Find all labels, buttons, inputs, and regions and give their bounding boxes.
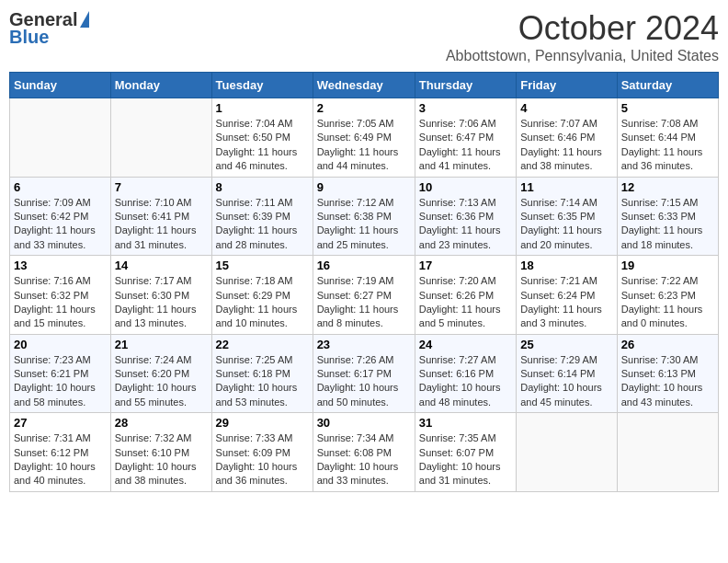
sunrise-text: Sunrise: 7:04 AM (216, 117, 309, 131)
daylight-text: Daylight: 10 hours and 48 minutes. (419, 381, 512, 409)
calendar-cell: 17Sunrise: 7:20 AMSunset: 6:26 PMDayligh… (415, 256, 516, 335)
calendar-cell: 28Sunrise: 7:32 AMSunset: 6:10 PMDayligh… (110, 413, 211, 492)
sunrise-text: Sunrise: 7:19 AM (317, 274, 411, 288)
week-row-3: 13Sunrise: 7:16 AMSunset: 6:32 PMDayligh… (10, 256, 719, 335)
daylight-text: Daylight: 10 hours and 50 minutes. (317, 381, 411, 409)
sunrise-text: Sunrise: 7:21 AM (520, 274, 613, 288)
day-number: 7 (115, 180, 208, 194)
sunset-text: Sunset: 6:23 PM (621, 289, 714, 303)
calendar-cell: 20Sunrise: 7:23 AMSunset: 6:21 PMDayligh… (10, 334, 111, 413)
day-number: 6 (14, 180, 107, 194)
day-info: Sunrise: 7:04 AMSunset: 6:50 PMDaylight:… (216, 117, 309, 174)
calendar-cell: 8Sunrise: 7:11 AMSunset: 6:39 PMDaylight… (211, 177, 313, 256)
calendar-cell: 1Sunrise: 7:04 AMSunset: 6:50 PMDaylight… (211, 98, 313, 178)
sunrise-text: Sunrise: 7:32 AM (115, 431, 208, 445)
day-info: Sunrise: 7:07 AMSunset: 6:46 PMDaylight:… (520, 117, 613, 174)
day-info: Sunrise: 7:12 AMSunset: 6:38 PMDaylight:… (317, 196, 411, 253)
daylight-text: Daylight: 11 hours and 25 minutes. (317, 224, 411, 252)
day-number: 12 (621, 180, 714, 194)
sunrise-text: Sunrise: 7:12 AM (317, 196, 411, 210)
calendar-cell: 25Sunrise: 7:29 AMSunset: 6:14 PMDayligh… (517, 334, 618, 413)
sunset-text: Sunset: 6:35 PM (520, 210, 613, 224)
week-row-4: 20Sunrise: 7:23 AMSunset: 6:21 PMDayligh… (10, 334, 719, 413)
day-number: 16 (317, 259, 411, 272)
sunrise-text: Sunrise: 7:08 AM (621, 117, 714, 131)
daylight-text: Daylight: 11 hours and 13 minutes. (115, 303, 208, 331)
day-header-tuesday: Tuesday (211, 73, 313, 98)
title-section: October 2024 Abbottstown, Pennsylvania, … (446, 9, 719, 64)
sunset-text: Sunset: 6:46 PM (520, 131, 613, 144)
calendar-cell: 6Sunrise: 7:09 AMSunset: 6:42 PMDaylight… (10, 177, 111, 256)
calendar-cell (617, 413, 718, 492)
day-info: Sunrise: 7:09 AMSunset: 6:42 PMDaylight:… (14, 196, 107, 253)
day-info: Sunrise: 7:26 AMSunset: 6:17 PMDaylight:… (317, 353, 411, 410)
sunrise-text: Sunrise: 7:25 AM (216, 353, 309, 367)
daylight-text: Daylight: 11 hours and 28 minutes. (216, 224, 309, 252)
day-info: Sunrise: 7:15 AMSunset: 6:33 PMDaylight:… (621, 196, 714, 253)
day-info: Sunrise: 7:33 AMSunset: 6:09 PMDaylight:… (216, 431, 309, 488)
calendar-cell: 26Sunrise: 7:30 AMSunset: 6:13 PMDayligh… (617, 334, 718, 413)
sunset-text: Sunset: 6:36 PM (419, 210, 512, 224)
day-number: 24 (419, 338, 512, 351)
sunset-text: Sunset: 6:27 PM (317, 289, 411, 303)
day-number: 3 (419, 101, 512, 115)
day-info: Sunrise: 7:24 AMSunset: 6:20 PMDaylight:… (115, 353, 208, 410)
daylight-text: Daylight: 11 hours and 15 minutes. (14, 303, 107, 331)
calendar-cell (10, 98, 111, 178)
sunset-text: Sunset: 6:29 PM (216, 289, 309, 303)
day-info: Sunrise: 7:19 AMSunset: 6:27 PMDaylight:… (317, 274, 411, 331)
calendar-cell: 27Sunrise: 7:31 AMSunset: 6:12 PMDayligh… (10, 413, 111, 492)
sunrise-text: Sunrise: 7:22 AM (621, 274, 714, 288)
day-header-monday: Monday (110, 73, 211, 98)
day-number: 10 (419, 180, 512, 194)
day-info: Sunrise: 7:30 AMSunset: 6:13 PMDaylight:… (621, 353, 714, 410)
week-row-5: 27Sunrise: 7:31 AMSunset: 6:12 PMDayligh… (10, 413, 719, 492)
calendar-table: SundayMondayTuesdayWednesdayThursdayFrid… (9, 72, 719, 492)
sunset-text: Sunset: 6:21 PM (14, 367, 107, 381)
day-info: Sunrise: 7:34 AMSunset: 6:08 PMDaylight:… (317, 431, 411, 488)
day-number: 23 (317, 338, 411, 351)
sunset-text: Sunset: 6:44 PM (621, 131, 714, 144)
calendar-cell: 23Sunrise: 7:26 AMSunset: 6:17 PMDayligh… (313, 334, 415, 413)
daylight-text: Daylight: 10 hours and 38 minutes. (115, 460, 208, 488)
sunrise-text: Sunrise: 7:16 AM (14, 274, 107, 288)
day-number: 20 (14, 338, 107, 351)
sunset-text: Sunset: 6:18 PM (216, 367, 309, 381)
day-header-saturday: Saturday (617, 73, 718, 98)
daylight-text: Daylight: 11 hours and 31 minutes. (115, 224, 208, 252)
sunset-text: Sunset: 6:30 PM (115, 289, 208, 303)
day-header-sunday: Sunday (10, 73, 111, 98)
day-info: Sunrise: 7:29 AMSunset: 6:14 PMDaylight:… (520, 353, 613, 410)
calendar-cell: 19Sunrise: 7:22 AMSunset: 6:23 PMDayligh… (617, 256, 718, 335)
day-info: Sunrise: 7:14 AMSunset: 6:35 PMDaylight:… (520, 196, 613, 253)
day-header-thursday: Thursday (415, 73, 516, 98)
daylight-text: Daylight: 11 hours and 20 minutes. (520, 224, 613, 252)
calendar-cell (110, 98, 211, 178)
sunrise-text: Sunrise: 7:10 AM (115, 196, 208, 210)
day-number: 4 (520, 101, 613, 115)
day-info: Sunrise: 7:18 AMSunset: 6:29 PMDaylight:… (216, 274, 309, 331)
sunset-text: Sunset: 6:12 PM (14, 446, 107, 460)
day-number: 17 (419, 259, 512, 272)
calendar-cell: 2Sunrise: 7:05 AMSunset: 6:49 PMDaylight… (313, 98, 415, 178)
daylight-text: Daylight: 10 hours and 45 minutes. (520, 381, 613, 409)
sunrise-text: Sunrise: 7:27 AM (419, 353, 512, 367)
sunset-text: Sunset: 6:42 PM (14, 210, 107, 224)
calendar-cell: 31Sunrise: 7:35 AMSunset: 6:07 PMDayligh… (415, 413, 516, 492)
sunrise-text: Sunrise: 7:29 AM (520, 353, 613, 367)
calendar-cell: 21Sunrise: 7:24 AMSunset: 6:20 PMDayligh… (110, 334, 211, 413)
sunset-text: Sunset: 6:16 PM (419, 367, 512, 381)
daylight-text: Daylight: 11 hours and 8 minutes. (317, 303, 411, 331)
sunset-text: Sunset: 6:08 PM (317, 446, 411, 460)
sunset-text: Sunset: 6:14 PM (520, 367, 613, 381)
sunset-text: Sunset: 6:32 PM (14, 289, 107, 303)
sunrise-text: Sunrise: 7:18 AM (216, 274, 309, 288)
day-info: Sunrise: 7:25 AMSunset: 6:18 PMDaylight:… (216, 353, 309, 410)
sunrise-text: Sunrise: 7:14 AM (520, 196, 613, 210)
day-info: Sunrise: 7:17 AMSunset: 6:30 PMDaylight:… (115, 274, 208, 331)
daylight-text: Daylight: 10 hours and 58 minutes. (14, 381, 107, 409)
day-info: Sunrise: 7:20 AMSunset: 6:26 PMDaylight:… (419, 274, 512, 331)
day-info: Sunrise: 7:11 AMSunset: 6:39 PMDaylight:… (216, 196, 309, 253)
calendar-cell: 10Sunrise: 7:13 AMSunset: 6:36 PMDayligh… (415, 177, 516, 256)
daylight-text: Daylight: 10 hours and 36 minutes. (216, 460, 309, 488)
